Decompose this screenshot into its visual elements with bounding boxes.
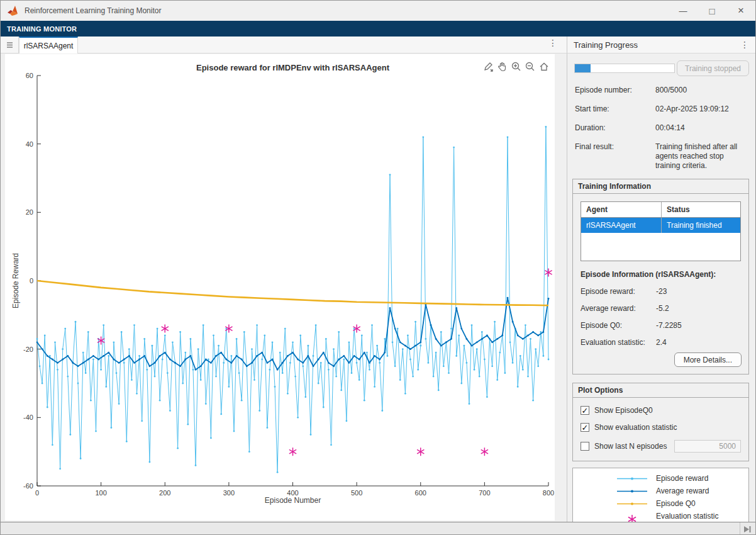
final-result-row: Final result: Training finished after al… <box>575 142 748 171</box>
episode-number-row: Episode number: 800/5000 <box>575 86 748 95</box>
svg-text:700: 700 <box>479 489 490 497</box>
plot-options-title: Plot Options <box>573 383 748 398</box>
episode-q0-label: Episode Q0: <box>581 321 656 330</box>
home-icon <box>538 61 550 72</box>
episode-reward-swatch-icon <box>614 474 650 483</box>
svg-text:Episode Reward: Episode Reward <box>11 253 20 308</box>
svg-text:20: 20 <box>26 208 33 216</box>
duration-row: Duration: 00:04:14 <box>575 123 748 133</box>
zoom-out-button[interactable] <box>524 60 536 72</box>
average-reward-swatch-icon <box>614 487 650 496</box>
training-stopped-button[interactable]: Training stopped <box>677 60 749 76</box>
svg-text:300: 300 <box>223 489 235 497</box>
episode-q0-row: Episode Q0: -7.2285 <box>581 321 741 330</box>
legend-item-episode-q0: Episode Q0 <box>614 499 748 509</box>
expand-panel-button[interactable] <box>742 524 752 534</box>
episode-reward-label: Episode reward: <box>581 287 656 296</box>
figure-area: Episode reward for rlMDPEnv with rlSARSA… <box>1 54 567 522</box>
chart-legend: Episode reward Average reward Episode Q0… <box>572 468 749 522</box>
svg-text:600: 600 <box>415 489 426 497</box>
tab-strip-overflow-button[interactable]: ⋮ <box>548 38 558 48</box>
more-details-row: More Details... <box>573 352 742 367</box>
average-reward-value: -5.2 <box>656 304 669 313</box>
zoom-in-button[interactable] <box>510 60 522 72</box>
svg-text:-40: -40 <box>23 414 33 421</box>
ribbon-tab-training-monitor[interactable]: TRAINING MONITOR <box>1 21 83 37</box>
show-evaluation-statistic-checkbox[interactable]: ✓ <box>581 423 589 432</box>
more-details-button[interactable]: More Details... <box>674 352 742 367</box>
show-episodeq0-row: ✓ Show EpisodeQ0 <box>581 406 741 415</box>
legend-label: Episode reward <box>656 474 708 483</box>
window-title: Reinforcement Learning Training Monitor <box>25 6 161 15</box>
show-evaluation-statistic-row: ✓ Show evaluation statistic <box>581 423 741 432</box>
tab-rlsarsaagent[interactable]: rlSARSAAgent <box>19 37 78 54</box>
export-icon <box>483 61 494 72</box>
legend-item-average-reward: Average reward <box>614 487 748 496</box>
training-information-title: Training Information <box>573 179 748 194</box>
training-progress-panel: Training stopped Episode number: 800/500… <box>567 54 755 522</box>
status-column-header: Status <box>662 202 740 217</box>
zoom-out-icon <box>525 61 536 72</box>
final-result-label: Final result: <box>575 142 655 171</box>
bottom-status-bar <box>1 522 755 535</box>
legend-item-episode-reward: Episode reward <box>614 474 748 483</box>
evaluation-statistic-row: Evaluation statistic: 2.4 <box>581 338 741 347</box>
close-button[interactable]: × <box>726 1 755 21</box>
document-list-icon <box>6 42 13 48</box>
title-bar: Reinforcement Learning Training Monitor … <box>1 1 755 21</box>
svg-text:-20: -20 <box>23 346 33 353</box>
duration-value: 00:04:14 <box>655 123 748 133</box>
minimize-button[interactable]: — <box>669 1 698 21</box>
table-row-rlsarsaagent[interactable]: rlSARSAAgent Training finished <box>581 218 740 233</box>
training-progress-bar <box>574 64 675 73</box>
document-tab-strip: rlSARSAAgent ⋮ <box>1 37 567 54</box>
start-time-value: 02-Apr-2025 19:09:12 <box>655 104 748 114</box>
svg-text:60: 60 <box>26 72 33 79</box>
show-evaluation-statistic-label: Show evaluation statistic <box>594 423 677 432</box>
average-reward-row: Average reward: -5.2 <box>581 304 741 313</box>
zoom-in-icon <box>511 61 522 72</box>
show-episodeq0-label: Show EpisodeQ0 <box>594 406 653 415</box>
svg-text:40: 40 <box>26 140 33 148</box>
training-information-panel: Training Information Agent Status rlSARS… <box>572 179 749 374</box>
start-time-label: Start time: <box>575 104 655 114</box>
start-time-row: Start time: 02-Apr-2025 19:09:12 <box>575 104 748 114</box>
svg-text:Episode reward for rlMDPEnv wi: Episode reward for rlMDPEnv with rlSARSA… <box>196 63 390 72</box>
restore-view-button[interactable] <box>538 60 550 72</box>
svg-text:0: 0 <box>30 277 33 284</box>
episode-information-title: Episode Information (rlSARSAAgent): <box>581 270 741 279</box>
n-episodes-input[interactable] <box>674 440 741 453</box>
tab-label: rlSARSAAgent <box>24 42 74 50</box>
status-cell: Training finished <box>662 218 740 233</box>
figure-canvas: Episode reward for rlMDPEnv with rlSARSA… <box>5 54 555 521</box>
export-button[interactable] <box>482 60 494 72</box>
pan-button[interactable] <box>496 60 508 72</box>
table-header-row: Agent Status <box>581 202 740 218</box>
ribbon: TRAINING MONITOR <box>1 21 755 37</box>
legend-label: Evaluation statistic (MeanEpisodeReward) <box>656 512 733 522</box>
svg-text:200: 200 <box>159 489 170 497</box>
evaluation-statistic-label: Evaluation statistic: <box>581 338 656 347</box>
legend-label: Episode Q0 <box>656 499 696 508</box>
progress-row: Training stopped <box>574 60 749 76</box>
show-last-n-episodes-row: Show last N episodes <box>581 440 741 453</box>
episode-number-value: 800/5000 <box>655 86 748 95</box>
svg-text:Episode Number: Episode Number <box>265 496 321 505</box>
svg-text:100: 100 <box>95 489 106 497</box>
window-controls: — □ × <box>669 1 755 21</box>
agent-cell: rlSARSAAgent <box>581 218 662 233</box>
matlab-logo-icon <box>7 5 19 16</box>
show-episodeq0-checkbox[interactable]: ✓ <box>581 406 589 415</box>
show-last-n-episodes-checkbox[interactable] <box>581 442 589 451</box>
maximize-button[interactable]: □ <box>698 1 726 21</box>
panel-title: Training Progress <box>574 40 638 50</box>
panel-menu-button[interactable]: ⋮ <box>740 40 749 50</box>
episode-reward-chart[interactable]: Episode reward for rlMDPEnv with rlSARSA… <box>5 54 555 521</box>
svg-text:-60: -60 <box>23 482 33 490</box>
duration-label: Duration: <box>575 123 655 133</box>
agent-status-table: Agent Status rlSARSAAgent Training finis… <box>581 201 741 261</box>
episode-number-label: Episode number: <box>575 86 655 95</box>
evaluation-statistic-marker-icon <box>614 512 650 522</box>
document-list-button[interactable] <box>1 37 19 53</box>
pan-icon <box>497 61 508 72</box>
